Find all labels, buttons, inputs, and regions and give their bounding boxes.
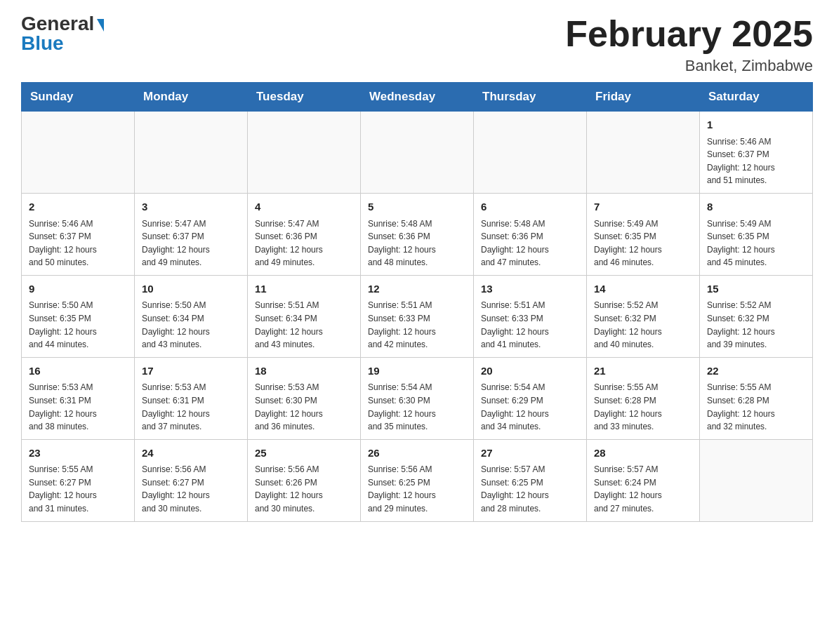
day-info: Sunrise: 5:46 AM Sunset: 6:37 PM Dayligh… [707,135,805,187]
calendar-subtitle: Banket, Zimbabwe [565,57,813,75]
day-info: Sunrise: 5:55 AM Sunset: 6:28 PM Dayligh… [707,381,805,433]
calendar-week-0: 1Sunrise: 5:46 AM Sunset: 6:37 PM Daylig… [22,112,813,194]
day-info: Sunrise: 5:51 AM Sunset: 6:33 PM Dayligh… [368,299,466,351]
calendar-cell: 21Sunrise: 5:55 AM Sunset: 6:28 PM Dayli… [587,357,700,439]
calendar-week-2: 9Sunrise: 5:50 AM Sunset: 6:35 PM Daylig… [22,275,813,357]
calendar-cell [248,112,361,194]
calendar-cell [700,439,813,521]
calendar-cell [135,112,248,194]
day-number: 17 [142,363,240,380]
day-number: 21 [594,363,692,380]
day-number: 20 [481,363,579,380]
day-header-monday: Monday [135,83,248,112]
calendar-cell: 8Sunrise: 5:49 AM Sunset: 6:35 PM Daylig… [700,194,813,276]
calendar-cell [474,112,587,194]
day-info: Sunrise: 5:53 AM Sunset: 6:31 PM Dayligh… [142,381,240,433]
calendar-cell: 22Sunrise: 5:55 AM Sunset: 6:28 PM Dayli… [700,357,813,439]
calendar-cell: 17Sunrise: 5:53 AM Sunset: 6:31 PM Dayli… [135,357,248,439]
calendar-cell [587,112,700,194]
day-number: 11 [255,281,353,297]
calendar-cell: 2Sunrise: 5:46 AM Sunset: 6:37 PM Daylig… [22,194,135,276]
calendar-cell: 18Sunrise: 5:53 AM Sunset: 6:30 PM Dayli… [248,357,361,439]
calendar-cell: 14Sunrise: 5:52 AM Sunset: 6:32 PM Dayli… [587,275,700,357]
day-number: 14 [594,281,692,297]
day-number: 6 [481,199,579,215]
day-header-thursday: Thursday [474,83,587,112]
day-number: 7 [594,199,692,215]
day-number: 12 [368,281,466,297]
calendar-week-1: 2Sunrise: 5:46 AM Sunset: 6:37 PM Daylig… [22,194,813,276]
day-number: 25 [255,445,353,462]
day-info: Sunrise: 5:53 AM Sunset: 6:31 PM Dayligh… [29,381,127,433]
calendar-cell [361,112,474,194]
day-number: 18 [255,363,353,380]
calendar-cell: 28Sunrise: 5:57 AM Sunset: 6:24 PM Dayli… [587,439,700,521]
day-info: Sunrise: 5:54 AM Sunset: 6:30 PM Dayligh… [368,381,466,433]
logo-triangle-icon [97,19,104,32]
calendar-cell: 27Sunrise: 5:57 AM Sunset: 6:25 PM Dayli… [474,439,587,521]
calendar-cell: 3Sunrise: 5:47 AM Sunset: 6:37 PM Daylig… [135,194,248,276]
calendar-cell: 26Sunrise: 5:56 AM Sunset: 6:25 PM Dayli… [361,439,474,521]
day-number: 24 [142,445,240,462]
calendar-header-row: SundayMondayTuesdayWednesdayThursdayFrid… [22,83,813,112]
day-info: Sunrise: 5:52 AM Sunset: 6:32 PM Dayligh… [707,299,805,351]
day-info: Sunrise: 5:49 AM Sunset: 6:35 PM Dayligh… [707,217,805,269]
day-header-sunday: Sunday [22,83,135,112]
calendar-cell: 16Sunrise: 5:53 AM Sunset: 6:31 PM Dayli… [22,357,135,439]
day-number: 10 [142,281,240,297]
day-info: Sunrise: 5:47 AM Sunset: 6:37 PM Dayligh… [142,217,240,269]
day-number: 28 [594,445,692,462]
logo: General Blue [21,14,104,53]
calendar-title: February 2025 [565,14,813,54]
calendar-cell: 10Sunrise: 5:50 AM Sunset: 6:34 PM Dayli… [135,275,248,357]
day-info: Sunrise: 5:47 AM Sunset: 6:36 PM Dayligh… [255,217,353,269]
day-number: 15 [707,281,805,297]
calendar-cell: 6Sunrise: 5:48 AM Sunset: 6:36 PM Daylig… [474,194,587,276]
calendar-cell: 4Sunrise: 5:47 AM Sunset: 6:36 PM Daylig… [248,194,361,276]
day-info: Sunrise: 5:50 AM Sunset: 6:35 PM Dayligh… [29,299,127,351]
calendar-week-3: 16Sunrise: 5:53 AM Sunset: 6:31 PM Dayli… [22,357,813,439]
day-header-saturday: Saturday [700,83,813,112]
logo-general: General [21,14,104,34]
header: General Blue February 2025 Banket, Zimba… [21,14,813,75]
calendar-cell [22,112,135,194]
day-number: 13 [481,281,579,297]
calendar-cell: 9Sunrise: 5:50 AM Sunset: 6:35 PM Daylig… [22,275,135,357]
calendar-cell: 7Sunrise: 5:49 AM Sunset: 6:35 PM Daylig… [587,194,700,276]
day-info: Sunrise: 5:50 AM Sunset: 6:34 PM Dayligh… [142,299,240,351]
logo-blue: Blue [21,34,64,53]
day-header-tuesday: Tuesday [248,83,361,112]
calendar-cell: 20Sunrise: 5:54 AM Sunset: 6:29 PM Dayli… [474,357,587,439]
day-number: 16 [29,363,127,380]
calendar-cell: 24Sunrise: 5:56 AM Sunset: 6:27 PM Dayli… [135,439,248,521]
calendar-week-4: 23Sunrise: 5:55 AM Sunset: 6:27 PM Dayli… [22,439,813,521]
calendar-cell: 11Sunrise: 5:51 AM Sunset: 6:34 PM Dayli… [248,275,361,357]
calendar-cell: 15Sunrise: 5:52 AM Sunset: 6:32 PM Dayli… [700,275,813,357]
day-number: 22 [707,363,805,380]
day-number: 8 [707,199,805,215]
day-number: 5 [368,199,466,215]
day-number: 26 [368,445,466,462]
title-area: February 2025 Banket, Zimbabwe [565,14,813,75]
day-info: Sunrise: 5:56 AM Sunset: 6:27 PM Dayligh… [142,463,240,515]
day-info: Sunrise: 5:56 AM Sunset: 6:26 PM Dayligh… [255,463,353,515]
day-header-wednesday: Wednesday [361,83,474,112]
day-info: Sunrise: 5:51 AM Sunset: 6:33 PM Dayligh… [481,299,579,351]
day-info: Sunrise: 5:46 AM Sunset: 6:37 PM Dayligh… [29,217,127,269]
day-number: 23 [29,445,127,462]
day-number: 1 [707,117,805,133]
day-info: Sunrise: 5:53 AM Sunset: 6:30 PM Dayligh… [255,381,353,433]
day-info: Sunrise: 5:51 AM Sunset: 6:34 PM Dayligh… [255,299,353,351]
calendar-cell: 12Sunrise: 5:51 AM Sunset: 6:33 PM Dayli… [361,275,474,357]
calendar-cell: 5Sunrise: 5:48 AM Sunset: 6:36 PM Daylig… [361,194,474,276]
day-header-friday: Friday [587,83,700,112]
day-number: 2 [29,199,127,215]
day-info: Sunrise: 5:54 AM Sunset: 6:29 PM Dayligh… [481,381,579,433]
day-info: Sunrise: 5:48 AM Sunset: 6:36 PM Dayligh… [368,217,466,269]
day-number: 4 [255,199,353,215]
calendar-cell: 1Sunrise: 5:46 AM Sunset: 6:37 PM Daylig… [700,112,813,194]
calendar-cell: 19Sunrise: 5:54 AM Sunset: 6:30 PM Dayli… [361,357,474,439]
day-number: 3 [142,199,240,215]
calendar-cell: 13Sunrise: 5:51 AM Sunset: 6:33 PM Dayli… [474,275,587,357]
day-info: Sunrise: 5:48 AM Sunset: 6:36 PM Dayligh… [481,217,579,269]
